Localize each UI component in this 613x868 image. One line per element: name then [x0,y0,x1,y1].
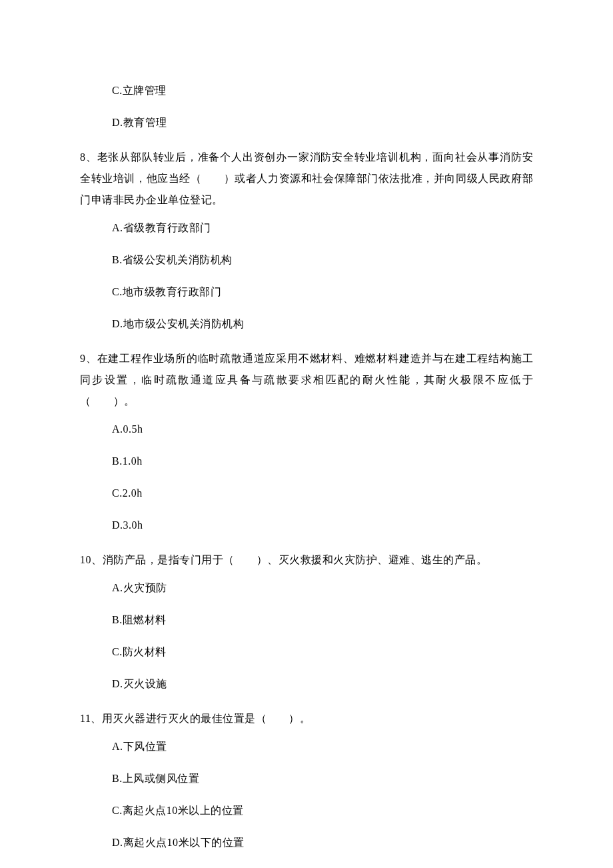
question-text: 9、在建工程作业场所的临时疏散通道应采用不燃材料、难燃材料建造并与在建工程结构施… [80,348,533,412]
option-item: D.离起火点10米以下的位置 [80,835,533,851]
option-item: C.立牌管理 [80,83,533,99]
option-item: C.地市级教育行政部门 [80,284,533,300]
option-item: C.防火材料 [80,644,533,660]
option-item: B.省级公安机关消防机构 [80,252,533,268]
option-item: A.省级教育行政部门 [80,220,533,236]
option-item: A.0.5h [80,421,533,437]
question-text: 11、用灭火器进行灭火的最佳位置是（ ）。 [80,708,533,729]
option-item: B.阻燃材料 [80,612,533,628]
question-text: 8、老张从部队转业后，准备个人出资创办一家消防安全转业培训机构，面向社会从事消防… [80,147,533,211]
option-item: C.2.0h [80,485,533,501]
question-text: 10、消防产品，是指专门用于（ ）、灭火救援和火灾防护、避难、逃生的产品。 [80,549,533,571]
option-item: A.下风位置 [80,739,533,755]
option-item: D.灭火设施 [80,676,533,692]
option-item: A.火灾预防 [80,580,533,596]
option-item: D.3.0h [80,517,533,533]
option-item: B.1.0h [80,453,533,469]
document-page: C.立牌管理 D.教育管理 8、老张从部队转业后，准备个人出资创办一家消防安全转… [0,0,613,868]
option-item: D.地市级公安机关消防机构 [80,316,533,332]
option-item: C.离起火点10米以上的位置 [80,803,533,819]
option-item: B.上风或侧风位置 [80,771,533,787]
option-item: D.教育管理 [80,115,533,131]
